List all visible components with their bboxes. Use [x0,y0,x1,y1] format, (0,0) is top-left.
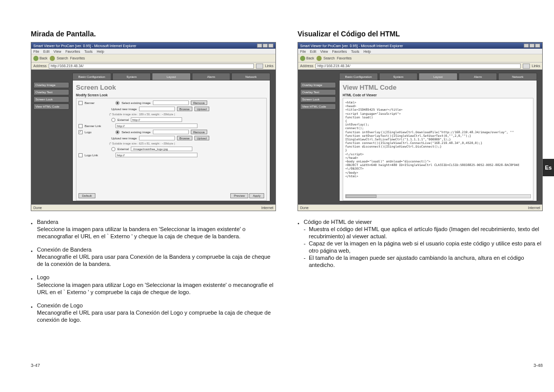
tab-layout[interactable]: Layout [419,73,458,80]
preview-button[interactable]: Preview [230,193,248,198]
logo-upload-button[interactable]: Upload [194,136,209,140]
logo-browse-button[interactable]: Browse [177,136,192,140]
back-button[interactable]: Back [300,56,314,61]
menu-edit[interactable]: Edit [43,50,49,53]
page-left: Mirada de Pantalla. Smart Viewer for Pro… [31,30,276,368]
favorites-button[interactable]: Favorites [70,56,85,60]
sidebar-item-overlay-text[interactable]: Overlay Text [300,89,336,95]
banner-remove-button[interactable]: Remove [191,100,207,105]
menu-file[interactable]: File [300,50,306,53]
banner-existing-field[interactable] [153,100,189,105]
status-left: Done [33,206,42,210]
address-input[interactable]: http://168.219.48.34/ [49,64,254,69]
back-button[interactable]: Back [33,56,48,61]
panel-title: View HTML Code [343,84,533,91]
banner-upload-field[interactable] [139,107,175,111]
forward-button[interactable] [50,56,55,61]
window-title-text: Smart Viewer for ProCam [ver. 0.95] - Mi… [300,44,403,48]
banner-external-field[interactable]: http:// [131,117,182,122]
logo-size-note: (* Suitable image size : 625 x 81, weigh… [109,142,264,145]
bullet-head: Conexión de Bandera [37,246,91,253]
browser-window: Smart Viewer for ProCam [ver. 0.95] - Mi… [298,42,543,211]
menu-help[interactable]: Help [97,50,104,53]
tab-system[interactable]: System [112,73,151,80]
banner-checkbox[interactable] [78,101,83,105]
logo-label: Logo [85,131,113,134]
window-buttons[interactable] [256,44,273,48]
menu-view[interactable]: View [320,50,328,53]
logo-existing-label: Select existing image [122,131,151,134]
window-title-text: Smart Viewer for ProCam [ver. 0.95] - Mi… [33,44,136,48]
sidebar-item-view-html[interactable]: View HTML Code [33,104,69,110]
tab-basic[interactable]: Basic Configuration [339,73,378,80]
menubar[interactable]: File Edit View Favorites Tools Help [31,49,275,54]
tab-system[interactable]: System [379,73,418,80]
logo-remove-button[interactable]: Remove [191,130,207,134]
page-right: Visualizar el Código del HTML Smart View… [298,30,543,368]
logo-checkbox[interactable] [78,130,83,134]
bullet-icon [31,274,37,281]
menubar[interactable]: File Edit View Favorites Tools Help [298,49,542,54]
bullet-head: Logo [37,274,49,281]
tab-layout[interactable]: Layout [152,73,191,80]
go-button[interactable] [256,64,263,69]
horizontal-scrollbar[interactable] [345,194,531,198]
links-label[interactable]: Links [532,64,540,68]
menu-tools[interactable]: Tools [84,50,92,53]
sidebar-item-screen-look[interactable]: Screen Look [300,96,336,102]
bannerlink-checkbox[interactable] [78,124,83,128]
banner-upload-button[interactable]: Upload [194,107,209,111]
apply-button[interactable]: Apply [249,193,264,198]
sidebar-item-overlay-text[interactable]: Overlay Text [33,89,69,95]
app-tabs: Basic Configuration System Layout Alarm … [72,73,270,80]
banner-external-radio[interactable] [111,118,115,122]
window-buttons[interactable] [523,44,540,48]
logolink-field[interactable]: http:// [115,153,197,157]
tab-network[interactable]: Network [231,73,270,80]
bullet-body: Mecanografíe el URL para usar para Conex… [37,253,276,267]
address-input[interactable]: http://168.219.48.34/ [315,64,521,69]
menu-file[interactable]: File [33,50,39,53]
tab-basic[interactable]: Basic Configuration [72,73,111,80]
menu-help[interactable]: Help [364,50,371,53]
banner-existing-radio[interactable] [115,101,120,105]
forward-button[interactable] [316,56,322,61]
links-label[interactable]: Links [265,64,273,68]
body-text-left: Bandera Seleccione la imagen para utiliz… [31,218,276,323]
sidebar-item-screen-look[interactable]: Screen Look [33,96,69,102]
default-button[interactable]: Default [78,193,95,198]
logo-upload-field[interactable] [139,136,175,140]
search-button[interactable]: Search [57,56,68,60]
menu-view[interactable]: View [53,50,61,53]
banner-existing-label: Select existing image [122,101,151,105]
logolink-checkbox[interactable] [78,153,83,157]
menu-edit[interactable]: Edit [310,50,316,53]
tab-alarm[interactable]: Alarm [192,73,231,80]
logo-upload-label: Upload new image [111,137,137,140]
statusbar: Done Internet [31,204,275,211]
main-panel: View HTML Code HTML Code of Viewer <html… [339,80,537,201]
sidebar-item-view-html[interactable]: View HTML Code [300,104,336,110]
logo-external-field[interactable]: ./image/mainfree_logo.jpg [131,147,192,151]
logo-existing-radio[interactable] [115,130,120,134]
tab-network[interactable]: Network [498,73,537,80]
sidebar-item-overlay-image[interactable]: Overlay Image [300,82,336,88]
logo-external-radio[interactable] [111,147,115,151]
menu-tools[interactable]: Tools [351,50,359,53]
bullet-body: Mecanografíe el URL para usar para la Co… [37,309,276,323]
favorites-button[interactable]: Favorites [337,56,352,60]
dash-icon [304,254,309,269]
tab-alarm[interactable]: Alarm [459,73,498,80]
logo-existing-field[interactable] [153,130,189,134]
sidebar-item-overlay-image[interactable]: Overlay Image [33,82,69,88]
app-tabs: Basic Configuration System Layout Alarm … [339,73,537,80]
form-box: Banner Select existing image Remove Uplo… [76,98,267,201]
bannerlink-field[interactable]: http:// [115,123,197,128]
menu-favorites[interactable]: Favorites [65,50,80,53]
page-title: Visualizar el Código del HTML [298,30,543,38]
go-button[interactable] [523,64,530,69]
address-bar: Address http://168.219.48.34/ Links [298,63,542,70]
search-button[interactable]: Search [324,56,335,60]
banner-browse-button[interactable]: Browse [177,107,192,111]
menu-favorites[interactable]: Favorites [332,50,347,53]
